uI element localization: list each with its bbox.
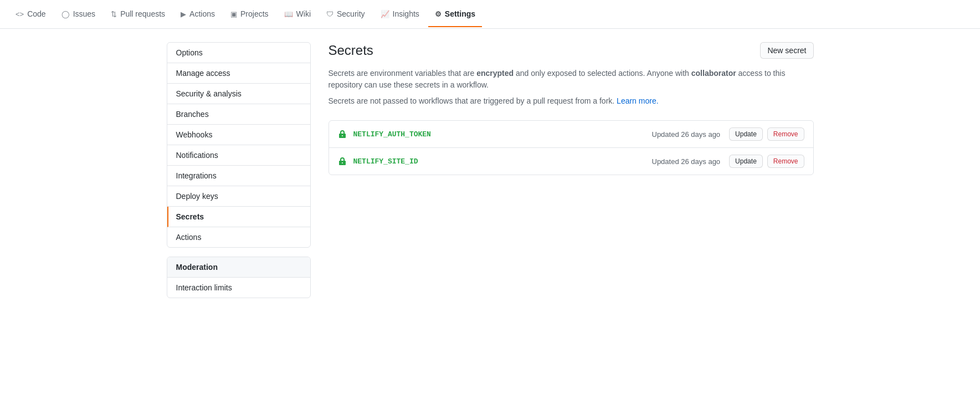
nav-item-security[interactable]: 🛡 Security (320, 2, 372, 27)
nav-label-wiki: Wiki (296, 9, 311, 18)
nav-item-actions[interactable]: ▶ Actions (174, 2, 222, 27)
nav-label-actions: Actions (189, 9, 215, 18)
top-nav: <> Code ◯ Issues ⇅ Pull requests ▶ Actio… (0, 0, 980, 29)
secret-name-2: NETLIFY_SITE_ID (353, 157, 652, 166)
sidebar-item-secrets[interactable]: Secrets (167, 207, 310, 227)
remove-button-2[interactable]: Remove (767, 155, 804, 168)
sidebar-item-deploy-keys[interactable]: Deploy keys (167, 186, 310, 207)
sidebar-main-section: Options Manage access Security & analysi… (167, 42, 311, 248)
nav-label-issues: Issues (73, 9, 95, 18)
nav-item-issues[interactable]: ◯ Issues (55, 2, 102, 27)
sidebar-moderation-header: Moderation (167, 257, 310, 278)
nav-label-security: Security (337, 9, 365, 18)
desc1-bold1: encrypted (476, 69, 514, 78)
sidebar-item-actions[interactable]: Actions (167, 227, 310, 247)
graph-icon: 📈 (381, 10, 389, 18)
sidebar-moderation-section: Moderation Interaction limits (167, 257, 311, 298)
sidebar-item-security-analysis[interactable]: Security & analysis (167, 84, 310, 104)
secret-row: NETLIFY_SITE_ID Updated 26 days ago Upda… (329, 148, 813, 175)
nav-label-code: Code (27, 9, 45, 18)
sidebar-item-branches[interactable]: Branches (167, 104, 310, 125)
nav-item-code[interactable]: <> Code (9, 2, 53, 27)
wiki-icon: 📖 (284, 10, 293, 18)
secret-name-1: NETLIFY_AUTH_TOKEN (353, 130, 652, 139)
nav-label-insights: Insights (393, 9, 419, 18)
actions-play-icon: ▶ (181, 10, 186, 18)
desc2-part1: Secrets are not passed to workflows that… (329, 96, 617, 105)
secret-actions-1: Update Remove (729, 127, 804, 141)
projects-icon: ▣ (230, 10, 237, 18)
update-button-2[interactable]: Update (729, 155, 763, 168)
new-secret-button[interactable]: New secret (760, 42, 813, 59)
secret-actions-2: Update Remove (729, 155, 804, 168)
sidebar-item-manage-access[interactable]: Manage access (167, 63, 310, 84)
pull-request-icon: ⇅ (111, 10, 117, 18)
secrets-list: NETLIFY_AUTH_TOKEN Updated 26 days ago U… (329, 120, 814, 175)
update-button-1[interactable]: Update (729, 127, 763, 141)
desc1-part1: Secrets are environment variables that a… (329, 69, 477, 78)
nav-label-projects: Projects (240, 9, 269, 18)
secret-updated-1: Updated 26 days ago (652, 130, 721, 139)
gear-icon: ⚙ (435, 10, 442, 18)
lock-icon-1 (338, 129, 347, 139)
description-2: Secrets are not passed to workflows that… (329, 95, 814, 107)
sidebar-item-integrations[interactable]: Integrations (167, 166, 310, 186)
nav-item-projects[interactable]: ▣ Projects (224, 2, 275, 27)
nav-item-wiki[interactable]: 📖 Wiki (278, 2, 317, 27)
nav-label-settings: Settings (445, 9, 475, 18)
nav-item-settings[interactable]: ⚙ Settings (428, 2, 482, 27)
nav-item-insights[interactable]: 📈 Insights (374, 2, 426, 27)
nav-label-pull-requests: Pull requests (120, 9, 165, 18)
sidebar: Options Manage access Security & analysi… (167, 42, 311, 307)
secret-row: NETLIFY_AUTH_TOKEN Updated 26 days ago U… (329, 121, 813, 148)
page-title: Secrets (329, 43, 373, 58)
lock-icon-2 (338, 156, 347, 166)
sidebar-item-options[interactable]: Options (167, 43, 310, 63)
remove-button-1[interactable]: Remove (767, 127, 804, 141)
main-content: Secrets New secret Secrets are environme… (329, 42, 814, 307)
learn-more-link[interactable]: Learn more. (617, 96, 658, 105)
page-header: Secrets New secret (329, 42, 814, 59)
shield-icon: 🛡 (326, 10, 333, 18)
issue-icon: ◯ (61, 10, 70, 18)
desc1-part2: and only exposed to selected actions. An… (514, 69, 691, 78)
sidebar-item-notifications[interactable]: Notifications (167, 145, 310, 166)
desc1-bold2: collaborator (691, 69, 736, 78)
code-icon: <> (16, 10, 24, 18)
sidebar-item-interaction-limits[interactable]: Interaction limits (167, 278, 310, 298)
description-1: Secrets are environment variables that a… (329, 68, 814, 91)
main-layout: Options Manage access Security & analysi… (158, 29, 823, 320)
nav-item-pull-requests[interactable]: ⇅ Pull requests (104, 2, 172, 27)
secret-updated-2: Updated 26 days ago (652, 157, 721, 166)
sidebar-item-webhooks[interactable]: Webhooks (167, 125, 310, 145)
